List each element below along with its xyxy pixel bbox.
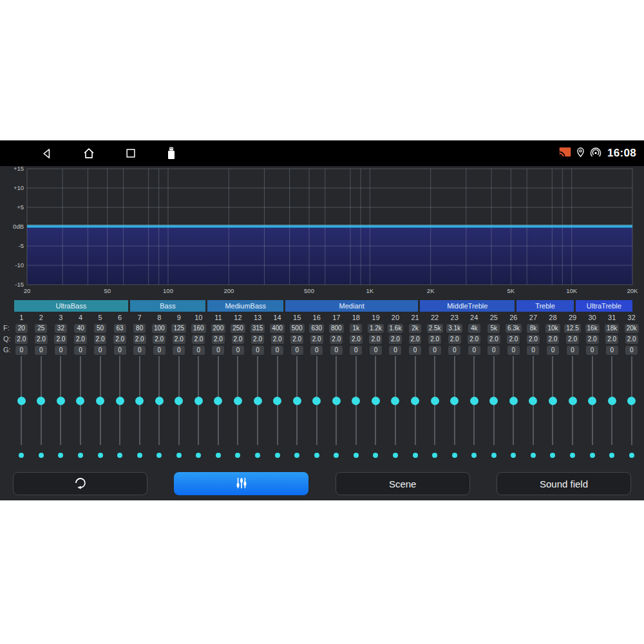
eq-gain-slider[interactable]: [327, 356, 346, 445]
slider-indicator-dot[interactable]: [373, 453, 378, 458]
slider-handle[interactable]: [489, 397, 498, 405]
slider-indicator-dot[interactable]: [471, 453, 477, 458]
slider-handle[interactable]: [135, 397, 144, 405]
slider-handle[interactable]: [293, 397, 301, 405]
slider-indicator-dot[interactable]: [590, 453, 595, 458]
eq-gain-slider[interactable]: [267, 356, 287, 445]
slider-indicator-dot[interactable]: [550, 453, 555, 458]
reset-button[interactable]: [13, 472, 147, 495]
slider-handle[interactable]: [372, 397, 380, 405]
slider-indicator-dot[interactable]: [452, 453, 457, 458]
eq-gain-slider[interactable]: [149, 356, 169, 445]
band-ultratreble[interactable]: UltraTreble: [576, 300, 632, 312]
slider-handle[interactable]: [588, 397, 596, 405]
slider-handle[interactable]: [254, 397, 262, 405]
band-middletreble[interactable]: MiddleTreble: [420, 300, 515, 312]
eq-gain-slider[interactable]: [543, 356, 563, 445]
eq-gain-slider[interactable]: [563, 356, 583, 445]
slider-handle[interactable]: [431, 397, 439, 405]
eq-gain-slider[interactable]: [12, 356, 32, 445]
eq-gain-slider[interactable]: [71, 356, 91, 445]
slider-indicator-dot[interactable]: [432, 453, 437, 458]
slider-handle[interactable]: [529, 397, 537, 405]
slider-handle[interactable]: [17, 397, 26, 405]
eq-gain-slider[interactable]: [169, 356, 189, 445]
slider-indicator-dot[interactable]: [235, 453, 240, 458]
eq-gain-slider[interactable]: [425, 356, 445, 445]
slider-indicator-dot[interactable]: [334, 453, 339, 458]
slider-indicator-dot[interactable]: [216, 453, 221, 458]
slider-handle[interactable]: [509, 397, 518, 405]
slider-indicator-dot[interactable]: [98, 453, 103, 458]
slider-indicator-dot[interactable]: [255, 453, 260, 458]
slider-handle[interactable]: [352, 397, 360, 405]
slider-indicator-dot[interactable]: [117, 453, 122, 458]
slider-indicator-dot[interactable]: [137, 453, 142, 458]
slider-handle[interactable]: [214, 397, 222, 405]
slider-indicator-dot[interactable]: [570, 453, 575, 458]
slider-indicator-dot[interactable]: [39, 453, 44, 458]
slider-indicator-dot[interactable]: [58, 453, 63, 458]
eq-gain-slider[interactable]: [484, 356, 504, 445]
equalizer-button[interactable]: [174, 472, 308, 495]
eq-gain-slider[interactable]: [346, 356, 366, 445]
slider-indicator-dot[interactable]: [294, 453, 299, 458]
slider-handle[interactable]: [37, 397, 45, 405]
slider-handle[interactable]: [175, 397, 183, 405]
slider-handle[interactable]: [450, 397, 459, 405]
slider-handle[interactable]: [312, 397, 321, 405]
band-ultrabass[interactable]: UltraBass: [14, 300, 128, 312]
eq-gain-slider[interactable]: [504, 356, 524, 445]
slider-handle[interactable]: [470, 397, 478, 405]
slider-indicator-dot[interactable]: [629, 453, 634, 458]
slider-handle[interactable]: [96, 397, 104, 405]
eq-gain-slider[interactable]: [366, 356, 386, 445]
slider-indicator-dot[interactable]: [609, 453, 614, 458]
usb-device-icon[interactable]: [166, 146, 177, 161]
scene-button[interactable]: Scene: [336, 472, 470, 495]
eq-gain-slider[interactable]: [582, 356, 602, 445]
slider-indicator-dot[interactable]: [354, 453, 359, 458]
slider-handle[interactable]: [76, 397, 84, 405]
slider-indicator-dot[interactable]: [275, 453, 280, 458]
eq-gain-slider[interactable]: [405, 356, 425, 445]
slider-indicator-dot[interactable]: [393, 453, 398, 458]
eq-gain-slider[interactable]: [51, 356, 71, 445]
slider-indicator-dot[interactable]: [196, 453, 201, 458]
eq-gain-slider[interactable]: [287, 356, 307, 445]
home-icon[interactable]: [82, 146, 96, 160]
eq-gain-slider[interactable]: [129, 356, 149, 445]
eq-gain-slider[interactable]: [209, 356, 229, 445]
eq-gain-slider[interactable]: [110, 356, 130, 445]
eq-gain-slider[interactable]: [524, 356, 544, 445]
eq-gain-slider[interactable]: [464, 356, 484, 445]
slider-handle[interactable]: [608, 397, 616, 405]
eq-gain-slider[interactable]: [602, 356, 622, 445]
slider-handle[interactable]: [273, 397, 281, 405]
back-icon[interactable]: [40, 147, 53, 160]
band-mediumbass[interactable]: MediumBass: [207, 300, 283, 312]
slider-handle[interactable]: [391, 397, 399, 405]
band-bass[interactable]: Bass: [130, 300, 206, 312]
eq-gain-slider[interactable]: [228, 356, 248, 445]
slider-indicator-dot[interactable]: [156, 453, 162, 458]
slider-indicator-dot[interactable]: [511, 453, 516, 458]
eq-gain-slider[interactable]: [621, 356, 641, 445]
slider-indicator-dot[interactable]: [531, 453, 536, 458]
slider-handle[interactable]: [155, 397, 164, 405]
sound-field-button[interactable]: Sound field: [497, 472, 631, 495]
band-mediant[interactable]: Mediant: [285, 300, 418, 312]
eq-gain-slider[interactable]: [444, 356, 464, 445]
slider-indicator-dot[interactable]: [314, 453, 319, 458]
slider-handle[interactable]: [569, 397, 577, 405]
slider-handle[interactable]: [116, 397, 124, 405]
eq-gain-slider[interactable]: [386, 356, 406, 445]
slider-indicator-dot[interactable]: [491, 453, 497, 458]
slider-indicator-dot[interactable]: [78, 453, 83, 458]
slider-indicator-dot[interactable]: [176, 453, 182, 458]
band-treble[interactable]: Treble: [516, 300, 573, 312]
slider-handle[interactable]: [57, 397, 65, 405]
eq-gain-slider[interactable]: [32, 356, 52, 445]
slider-indicator-dot[interactable]: [413, 453, 418, 458]
slider-handle[interactable]: [332, 397, 341, 405]
